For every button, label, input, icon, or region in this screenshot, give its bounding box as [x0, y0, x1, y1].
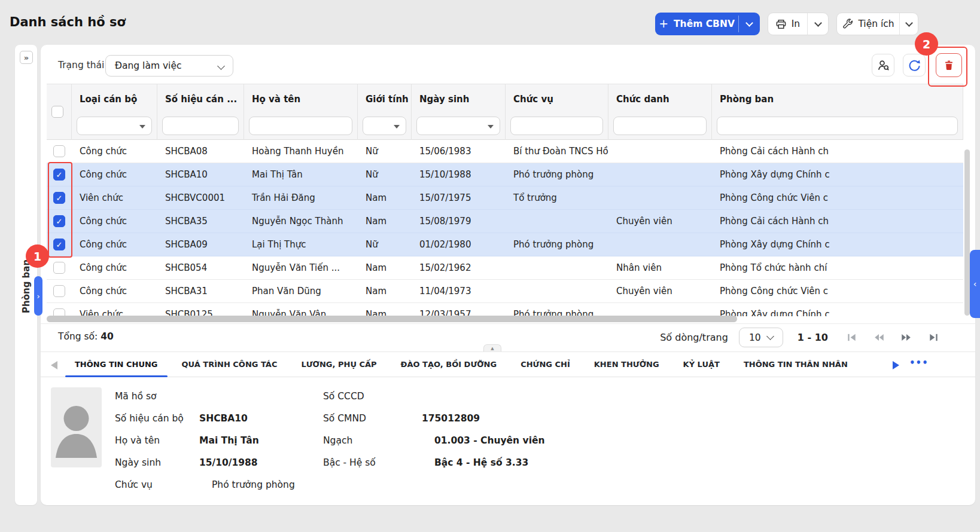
- table-header: Loại cán bộSố hiệu cán ...Họ và tênGiới …: [47, 84, 963, 140]
- table-cell: 15/02/1962: [412, 256, 506, 279]
- field-value: 15/10/1988: [199, 457, 258, 468]
- filter-cell: [72, 113, 157, 140]
- field-value: Phó trưởng phòng: [199, 479, 295, 490]
- column-header[interactable]: Chức vụ: [506, 84, 608, 113]
- field-label: Mã hồ sơ: [115, 391, 199, 402]
- detail-tab-bar: THÔNG TIN CHUNGQUÁ TRÌNH CÔNG TÁCLƯƠNG, …: [41, 351, 975, 377]
- detail-tab[interactable]: CHỨNG CHỈ: [521, 352, 570, 377]
- detail-tab[interactable]: ĐÀO TẠO, BỒI DƯỠNG: [401, 352, 497, 377]
- checkbox-cell: [47, 303, 72, 316]
- column-filter-select[interactable]: [77, 117, 152, 135]
- column-header[interactable]: Chức danh: [608, 84, 712, 113]
- table-row[interactable]: ✓Công chứcSHCBA35Nguyễn Ngọc ThànhNam15/…: [47, 210, 963, 233]
- table-row[interactable]: Viên chứcSHCB0125Nguyễn Văn VânNam12/03/…: [47, 303, 963, 316]
- status-filter-select[interactable]: Đang làm việc: [105, 55, 233, 77]
- filter-cell: [412, 113, 506, 140]
- collapse-detail-handle[interactable]: ▲: [483, 344, 501, 351]
- table-row[interactable]: ✓Công chứcSHCBA09Lại Thị ThựcNữ01/02/198…: [47, 233, 963, 256]
- add-cbnv-button[interactable]: + Thêm CBNV: [655, 13, 760, 35]
- table-cell: Nam: [358, 186, 412, 209]
- detail-field: Chức vụPhó trưởng phòng: [115, 473, 295, 496]
- column-header-row: Loại cán bộSố hiệu cán ...Họ và tênGiới …: [47, 84, 963, 113]
- table-cell: Mai Thị Tân: [244, 163, 358, 186]
- detail-tab[interactable]: THÔNG TIN THÂN NHÂN: [744, 352, 848, 377]
- pagination-bar: Tổng số: 40 Số dòng/trang 10 1 - 10: [41, 323, 975, 350]
- detail-field: Ngày sinh15/10/1988: [115, 451, 295, 473]
- table-row[interactable]: ✓Công chứcSHCBA10Mai Thị TânNữ15/10/1988…: [47, 163, 963, 186]
- tab-scroll-right-icon[interactable]: [893, 361, 899, 369]
- detail-field: Mã hồ sơ: [115, 385, 295, 407]
- annotation-step-2: 2: [915, 32, 938, 56]
- table-cell: SHCBA08: [157, 140, 244, 163]
- column-header[interactable]: Loại cán bộ: [72, 84, 157, 113]
- print-dropdown[interactable]: [808, 13, 828, 35]
- table-body: Công chứcSHCBA08Hoàng Thanh HuyềnNữ15/06…: [47, 140, 963, 316]
- table-row[interactable]: Công chứcSHCBA31Phan Văn DũngNam11/04/19…: [47, 280, 963, 303]
- column-filter-select[interactable]: [363, 117, 406, 135]
- printer-icon: [775, 19, 787, 30]
- table-cell: Công chức: [72, 256, 157, 279]
- column-header[interactable]: Ngày sinh: [412, 84, 506, 113]
- refresh-button[interactable]: [903, 54, 926, 77]
- table-cell: Phó trưởng phòng: [506, 163, 608, 186]
- add-cbnv-dropdown[interactable]: [739, 13, 760, 35]
- person-search-button[interactable]: [872, 54, 894, 77]
- print-button[interactable]: In: [768, 13, 829, 35]
- column-filter-select[interactable]: [416, 117, 500, 135]
- table-cell: Nữ: [358, 163, 412, 186]
- utilities-dropdown[interactable]: [900, 13, 918, 35]
- table-row[interactable]: Công chứcSHCBA08Hoàng Thanh HuyềnNữ15/06…: [47, 140, 963, 163]
- expand-panel-button[interactable]: »: [20, 51, 33, 64]
- column-filter-input[interactable]: [249, 117, 352, 135]
- table-cell: Nữ: [358, 140, 412, 163]
- dropdown-arrow-icon: [394, 125, 400, 129]
- rows-per-page-select[interactable]: 10: [739, 328, 783, 347]
- column-header[interactable]: Phòng ban: [712, 84, 963, 113]
- utilities-button[interactable]: Tiện ích: [836, 13, 918, 35]
- table-cell: [608, 233, 712, 256]
- select-all-checkbox[interactable]: [51, 106, 63, 118]
- table-row[interactable]: ✓Viên chứcSHCBVC0001Trần Hải ĐăngNam15/0…: [47, 186, 963, 210]
- table-cell: Nguyễn Văn Tiến ...: [244, 256, 358, 279]
- detail-tab[interactable]: QUÁ TRÌNH CÔNG TÁC: [182, 352, 278, 377]
- field-label: Ngày sinh: [115, 457, 199, 468]
- column-filter-input[interactable]: [162, 117, 239, 135]
- filter-cell: [157, 113, 244, 140]
- column-header[interactable]: Giới tính: [358, 84, 412, 113]
- column-filter-input[interactable]: [717, 117, 958, 135]
- next-page-icon[interactable]: [900, 332, 912, 343]
- more-tabs-icon[interactable]: •••: [909, 357, 929, 368]
- row-checkbox[interactable]: [53, 145, 65, 157]
- first-page-icon[interactable]: [846, 332, 857, 343]
- row-checkbox[interactable]: [53, 262, 65, 274]
- utilities-label: Tiện ích: [858, 19, 894, 29]
- table-cell: Hoàng Thanh Huyền: [244, 140, 358, 163]
- annotation-step-1: 1: [26, 244, 49, 268]
- table-row[interactable]: Công chứcSHCB054Nguyễn Văn Tiến ...Nam15…: [47, 256, 963, 280]
- detail-tab[interactable]: KỶ LUẬT: [683, 352, 720, 377]
- open-department-panel-handle[interactable]: ›: [34, 276, 42, 316]
- row-checkbox[interactable]: [53, 285, 65, 297]
- vertical-scrollbar[interactable]: [964, 149, 970, 316]
- field-label: Họ và tên: [115, 435, 199, 446]
- column-filter-input[interactable]: [510, 117, 603, 135]
- tab-scroll-left-icon[interactable]: [51, 361, 57, 369]
- horizontal-scrollbar[interactable]: [47, 316, 737, 322]
- detail-tab[interactable]: LƯƠNG, PHỤ CẤP: [301, 352, 376, 377]
- table-cell: Phòng Cải cách Hành ch: [712, 140, 963, 163]
- detail-field: Họ và tênMai Thị Tân: [115, 429, 295, 451]
- page-range: 1 - 10: [798, 332, 828, 343]
- avatar: [51, 387, 102, 467]
- last-page-icon[interactable]: [928, 332, 939, 343]
- table-cell: Trần Hải Đăng: [244, 186, 358, 209]
- annotation-checkbox-highlight: [48, 162, 72, 258]
- table-cell: Nguyễn Văn Vân: [244, 303, 358, 316]
- column-header[interactable]: Họ và tên: [244, 84, 358, 113]
- column-filter-input[interactable]: [613, 117, 707, 135]
- collapse-right-panel-handle[interactable]: ‹: [970, 250, 980, 318]
- table-cell: Phòng Tổ chức hành chí: [712, 256, 963, 279]
- prev-page-icon[interactable]: [873, 332, 885, 343]
- detail-tab[interactable]: THÔNG TIN CHUNG: [75, 352, 158, 377]
- detail-tab[interactable]: KHEN THƯỞNG: [594, 352, 659, 377]
- column-header[interactable]: Số hiệu cán ...: [157, 84, 244, 113]
